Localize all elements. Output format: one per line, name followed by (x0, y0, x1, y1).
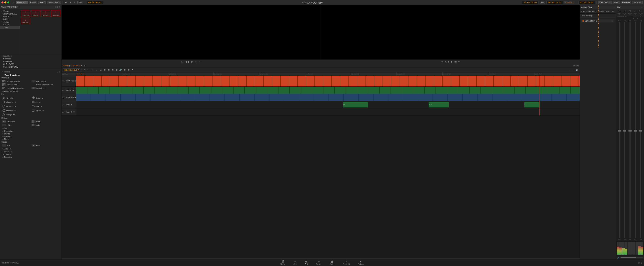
additive-dissolve[interactable]: Additive Dissolve (2, 79, 31, 83)
fairlight-fx-item[interactable]: Fairlight FX (0, 150, 62, 153)
step-fwd-btn-2[interactable]: ▶ (451, 60, 453, 63)
fader-handle-2[interactable] (623, 130, 626, 132)
fullscreen-icon[interactable]: ⊞ (641, 262, 642, 264)
titles-item[interactable]: ▶ Titles (0, 127, 62, 130)
non-additive-dissolve[interactable]: Non-Additive Dissolve (2, 86, 31, 90)
add-track-btn[interactable]: + (84, 64, 85, 67)
timeline-name-btn[interactable]: Timeline 1 (72, 65, 80, 67)
tree-item-bin7[interactable]: Bin 7 (0, 26, 20, 29)
smart-bin-collections[interactable]: Collections (1, 60, 60, 63)
smart-bin-clip-non-usate[interactable]: CLIP NON USATE (1, 66, 60, 68)
jog-right-btn[interactable]: ⏭ (195, 60, 197, 63)
effects-item[interactable]: ▶ Effects (0, 132, 62, 135)
clip-elevenlabs[interactable]: ♪ ElevenLabs_2023...mp3 (31, 10, 40, 17)
eq-btn-1[interactable]: Fx EQ ⊟ (617, 13, 622, 15)
eq-btn-5[interactable]: Fx EQ ⊟ (638, 13, 643, 15)
smooth-cut[interactable]: ⌇ Smooth Cut (31, 86, 60, 90)
tab-video[interactable]: Video (580, 10, 586, 13)
tree-item-audio[interactable]: ▼ AUDIO (0, 23, 20, 26)
tab-deliver[interactable]: ▶ Deliver (354, 259, 368, 266)
filters-item[interactable]: ▶ Filters (0, 138, 62, 141)
mixer-options[interactable]: ··· (642, 6, 643, 8)
fader-track-1[interactable] (619, 22, 620, 238)
fullscreen-button[interactable] (7, 1, 9, 3)
tree-item-siciliaggiugno[interactable]: SiciliaGiugno2022 (0, 12, 20, 15)
jog-left-btn[interactable]: ⏮ (181, 60, 184, 63)
arrow-iris[interactable]: Arrow Iris (2, 96, 31, 100)
split[interactable]: Split (31, 123, 60, 127)
jog-left-btn-2[interactable]: ⏮ (441, 60, 443, 63)
square-iris[interactable]: Square Iris (31, 108, 60, 112)
au-effects-item[interactable]: AU Effects (0, 153, 62, 156)
link-btn[interactable]: 🔗 (119, 68, 122, 72)
trim-tool[interactable]: ⊢ (87, 68, 90, 72)
sound-library-btn[interactable]: Sound Library (47, 1, 61, 4)
step-back-btn[interactable]: ◀ (185, 60, 187, 63)
tab-audio[interactable]: Audio (586, 10, 592, 13)
fader-track-4[interactable] (635, 22, 636, 238)
tree-item-dafoto[interactable]: Da Foto (0, 18, 20, 21)
eq-btn-2[interactable]: Fx EQ ⊟ (622, 13, 627, 15)
settings-title-btn[interactable]: Title (581, 15, 585, 17)
close-button[interactable] (2, 1, 4, 3)
tab-cut[interactable]: ✂ Cut (290, 259, 300, 266)
zoom-in-icon[interactable]: ＋ (571, 68, 574, 72)
tree-item-sicilia2022[interactable]: Sicilia2022 (0, 15, 20, 18)
app-menu-icon[interactable]: ≡ (12, 1, 15, 4)
generators-item[interactable]: ▶ Generators (0, 130, 62, 132)
step-fwd-btn[interactable]: ▶ (192, 60, 193, 63)
list-icon[interactable]: ☰ (69, 1, 72, 4)
vol-down-icon[interactable]: 🔉 (617, 256, 620, 259)
overwrite-tool[interactable]: ⊟ (111, 68, 114, 72)
smart-bin-clip-usate[interactable]: CLIP USATE (1, 63, 60, 66)
eye-iris[interactable]: Eye Iris (31, 100, 60, 104)
audio-transitions-item[interactable]: ▶ Audio Transitions (0, 90, 62, 93)
settings-btn[interactable]: Settings (586, 15, 593, 17)
oval-iris[interactable]: Oval Iris (31, 104, 60, 108)
quick-export-btn[interactable]: Quick Export (598, 1, 612, 4)
audio-fx-header[interactable]: ▼ Audio FX (0, 147, 62, 150)
dynamic-trim[interactable]: ⊡ (103, 68, 106, 72)
pentagon-iris[interactable]: Pentagon Iris (2, 108, 31, 112)
snap-btn[interactable]: ⊟ (123, 68, 126, 72)
audio-icon-btn[interactable]: 🔊 (575, 68, 578, 72)
razor-tool[interactable]: ✂ (91, 68, 94, 72)
tab-fairlight[interactable]: ♩ Fairlight (339, 259, 354, 266)
slip-tool[interactable]: ⇔ (95, 68, 98, 72)
play-btn-2[interactable]: ▶ (448, 60, 450, 63)
push[interactable]: Push (31, 120, 60, 123)
diamond-iris[interactable]: Diamond Iris (2, 100, 31, 104)
dip-color-dissolve[interactable]: Dip To Color Dissolve (31, 83, 60, 86)
eq-btn-4[interactable]: Fx EQ ⊟ (633, 13, 638, 15)
barn-door[interactable]: ⊢⊣ Barn Door (2, 120, 31, 123)
media-pool-btn[interactable]: Media Pool (16, 1, 28, 4)
sort-icon[interactable]: ⇅ (73, 1, 76, 4)
fader-track-3[interactable] (630, 22, 630, 238)
mixer-btn[interactable]: Mixer (613, 1, 620, 4)
loop-btn[interactable]: ↺ (198, 60, 200, 63)
clip-latida[interactable]: ♪ Latida Pasquale...mp3 (21, 17, 30, 24)
slide-tool[interactable]: ⇄ (99, 68, 102, 72)
effect-edit-btn[interactable]: ✎ (610, 20, 612, 22)
jog-right-btn-2[interactable]: ⏭ (454, 60, 457, 63)
tree-item-timeline[interactable]: Timeline (0, 21, 20, 23)
flag-btn[interactable]: ⚑ (131, 68, 134, 72)
slide[interactable]: → Slide (2, 123, 31, 127)
tab-media[interactable]: 🎬 Media (276, 259, 290, 266)
source-browser-controls[interactable]: ⊞ ☰ ⇅ (55, 6, 60, 8)
eq-btn-3[interactable]: Fx EQ ⊟ (628, 13, 632, 15)
heart-transition[interactable]: ♥ Heart (31, 144, 60, 147)
box-transition[interactable]: Box (2, 144, 31, 147)
fader-handle-1[interactable] (618, 130, 621, 132)
fader-track-5[interactable] (640, 22, 641, 238)
clip-finale[interactable]: ♪ Finale.mp3 (51, 10, 60, 17)
clip-carlos[interactable]: ♪ Carlos.mp3 (21, 10, 30, 17)
open-fx-item[interactable]: ▶ Open FX (0, 135, 62, 138)
effects-btn[interactable]: Effects (29, 1, 37, 4)
replace-tool[interactable]: ⊠ (115, 68, 118, 72)
settings-icon[interactable]: ⚙ (638, 262, 640, 264)
play-btn[interactable]: ▶ (188, 60, 190, 63)
tab-closer[interactable]: Closer (604, 10, 610, 13)
fader-handle-5[interactable] (639, 130, 642, 132)
select-tool[interactable]: ↖ (83, 68, 86, 72)
